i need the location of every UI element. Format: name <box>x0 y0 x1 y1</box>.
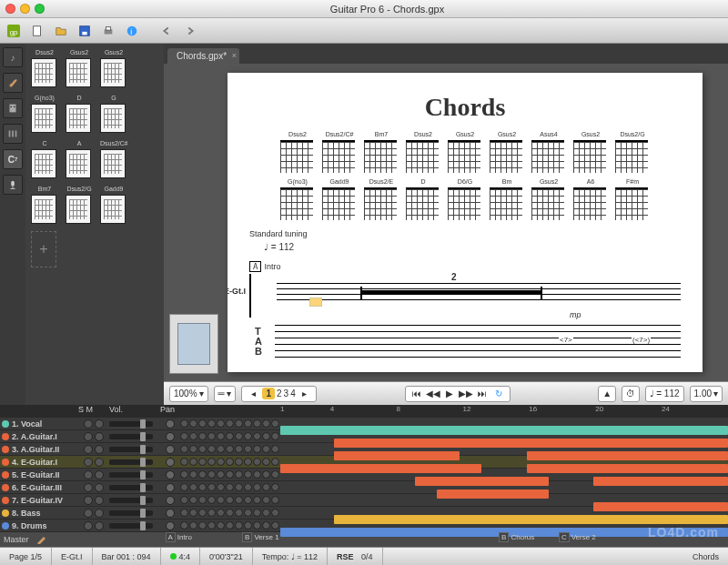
play-icon[interactable]: ▶ <box>442 387 457 401</box>
volume-slider[interactable] <box>109 434 153 439</box>
pan-knob[interactable] <box>166 496 175 505</box>
page-4-button[interactable]: 4 <box>290 388 296 399</box>
volume-slider[interactable] <box>109 510 153 516</box>
save-button[interactable] <box>75 21 95 41</box>
chord-item[interactable]: D <box>66 95 93 133</box>
volume-slider[interactable] <box>109 485 153 490</box>
print-button[interactable] <box>98 21 118 41</box>
mute-button[interactable] <box>95 496 104 505</box>
pan-knob[interactable] <box>166 458 175 467</box>
arrangement-marker[interactable]: B Verse 1 <box>242 532 278 542</box>
new-button[interactable] <box>27 21 47 41</box>
solo-button[interactable] <box>84 458 93 467</box>
fx-knobs[interactable] <box>180 509 280 517</box>
chord-item[interactable]: Dsus2/C# <box>100 140 127 178</box>
zoom-window-button[interactable] <box>35 4 45 14</box>
countdown-button[interactable]: ⏱ <box>622 386 640 402</box>
pan-knob[interactable] <box>166 470 175 479</box>
arrangement-marker[interactable]: A Intro <box>166 532 192 542</box>
solo-button[interactable] <box>84 496 93 505</box>
fx-knobs[interactable] <box>180 458 280 466</box>
mute-button[interactable] <box>95 470 104 479</box>
chord-item[interactable]: Dsus2/G <box>66 186 93 224</box>
chord-item[interactable]: G <box>100 95 127 133</box>
page-thumbnail[interactable] <box>169 314 218 374</box>
mute-button[interactable] <box>95 458 104 467</box>
close-tab-icon[interactable]: × <box>232 51 237 60</box>
volume-slider[interactable] <box>109 472 153 478</box>
open-button[interactable] <box>51 21 71 41</box>
minimize-window-button[interactable] <box>20 4 30 14</box>
volume-slider[interactable] <box>109 421 153 427</box>
undo-button[interactable] <box>157 21 177 41</box>
mic-tool[interactable] <box>3 175 23 195</box>
prev-page-icon[interactable]: ◂ <box>246 387 260 401</box>
pan-knob[interactable] <box>166 509 175 518</box>
mute-button[interactable] <box>95 445 104 454</box>
chord-tool[interactable]: C7 <box>3 149 23 169</box>
fx-knobs[interactable] <box>180 432 280 440</box>
page-1-button[interactable]: 1 <box>262 388 275 399</box>
page-3-button[interactable]: 3 <box>284 388 289 399</box>
view-mode[interactable]: ═ ▾ <box>214 386 237 402</box>
chord-item[interactable]: Bm7 <box>31 186 58 224</box>
mixer-tool[interactable] <box>3 124 23 144</box>
fx-knobs[interactable] <box>180 483 280 491</box>
volume-slider[interactable] <box>109 459 153 465</box>
add-chord-button[interactable]: + <box>31 231 56 267</box>
solo-button[interactable] <box>84 509 93 518</box>
tempo-display[interactable]: ♩ = 112 <box>645 386 683 402</box>
pan-knob[interactable] <box>166 445 175 454</box>
chord-item[interactable]: C <box>31 140 58 178</box>
track-row[interactable]: 7. E-Guitar.IV <box>0 494 728 507</box>
page-2-button[interactable]: 2 <box>277 388 282 399</box>
document-tab[interactable]: Chords.gpx* × <box>167 48 239 64</box>
pan-knob[interactable] <box>166 521 175 530</box>
metronome-button[interactable]: ▲ <box>598 386 616 402</box>
pan-knob[interactable] <box>166 483 175 492</box>
mute-button[interactable] <box>95 483 104 492</box>
pan-knob[interactable] <box>166 432 175 441</box>
fx-knobs[interactable] <box>180 445 280 453</box>
pan-knob[interactable] <box>166 419 175 429</box>
arrangement-marker[interactable]: B Chorus <box>499 532 534 542</box>
speed-display[interactable]: 1.00 ▾ <box>690 386 723 402</box>
mute-button[interactable] <box>95 509 104 518</box>
chord-item[interactable]: Gsus2 <box>100 49 127 87</box>
chord-item[interactable]: Gadd9 <box>100 186 127 224</box>
solo-button[interactable] <box>84 521 93 530</box>
timeline-ruler[interactable]: S M Vol. Pan 1481216202428 <box>0 405 728 418</box>
volume-slider[interactable] <box>109 523 153 529</box>
pencil-icon[interactable] <box>36 535 49 544</box>
solo-button[interactable] <box>84 470 93 479</box>
guitar-tool[interactable] <box>3 73 23 93</box>
fx-knobs[interactable] <box>180 419 280 428</box>
mute-button[interactable] <box>95 521 104 530</box>
volume-slider[interactable] <box>109 498 153 503</box>
fx-knobs[interactable] <box>180 470 280 479</box>
end-icon[interactable]: ⏭ <box>475 387 490 401</box>
track-row[interactable]: 1. Vocal <box>0 418 728 430</box>
chord-item[interactable]: Gsus2 <box>66 49 93 87</box>
forward-icon[interactable]: ▶▶ <box>459 387 473 401</box>
tab-staff-intro[interactable]: TAB <7> (<7>) <box>249 321 681 363</box>
document-viewport[interactable]: Chords Dsus2Dsus2/C#Bm7Dsus2Gsus2Gsus2As… <box>164 64 728 381</box>
loop-icon[interactable]: ↻ <box>491 387 506 401</box>
fx-knobs[interactable] <box>180 521 280 530</box>
volume-slider[interactable] <box>109 447 153 452</box>
redo-button[interactable] <box>180 21 200 41</box>
mute-button[interactable] <box>95 419 104 429</box>
zoom-control[interactable]: 100% ▾ <box>169 386 208 402</box>
info-button[interactable]: i <box>122 21 142 41</box>
note-tool[interactable]: ♪ <box>3 47 23 67</box>
solo-button[interactable] <box>84 419 93 429</box>
solo-button[interactable] <box>84 432 93 441</box>
solo-button[interactable] <box>84 445 93 454</box>
back-icon[interactable]: ◀◀ <box>426 387 440 401</box>
chord-item[interactable]: G(no3) <box>31 95 58 133</box>
solo-button[interactable] <box>84 483 93 492</box>
effects-tool[interactable] <box>3 98 23 118</box>
rewind-icon[interactable]: ⏮ <box>410 387 424 401</box>
chord-item[interactable]: A <box>66 140 93 178</box>
fx-knobs[interactable] <box>180 496 280 504</box>
